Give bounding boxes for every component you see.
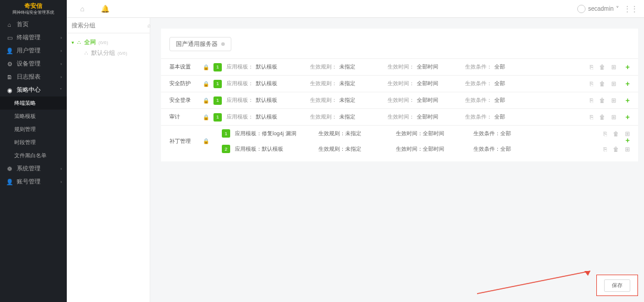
nav-policy-time[interactable]: 时段管理 — [0, 136, 67, 149]
nav-system[interactable]: ❁系统管理› — [0, 162, 67, 175]
top-bar: 奇安信 网神终端安全管理系统 ⌂ 🔔 secadmin ˅ ⋮⋮ — [0, 0, 644, 18]
add-button[interactable]: + — [626, 63, 630, 71]
tree-root-count: (6/6) — [98, 40, 108, 45]
lock-icon[interactable]: 🔒 — [203, 81, 213, 87]
brand-tagline: 网神终端安全管理系统 — [13, 10, 54, 14]
nav-account[interactable]: 👤账号管理› — [0, 175, 67, 188]
bell-icon[interactable]: 🔔 — [98, 2, 112, 16]
delete-icon[interactable]: 🗑 — [613, 146, 619, 152]
policy-row-login: 安全登录 🔒 1 应用模板：默认模板 生效规则：未指定 生效时间：全部时间 生效… — [161, 92, 638, 108]
cog-icon: ❁ — [6, 166, 13, 172]
gear-icon: ⚙ — [6, 61, 13, 67]
account-icon: 👤 — [6, 179, 13, 185]
pill-dot-icon — [221, 42, 225, 46]
lock-icon[interactable]: 🔒 — [203, 64, 213, 70]
copy-icon[interactable]: ⎘ — [590, 97, 593, 104]
grid-icon[interactable]: ⊞ — [611, 114, 616, 120]
copy-icon[interactable]: ⎘ — [590, 64, 593, 70]
group-search-input[interactable] — [72, 22, 147, 29]
user-icon: 👤 — [6, 48, 13, 54]
delete-icon[interactable]: 🗑 — [599, 80, 605, 87]
tree-child-count: (6/6) — [117, 51, 127, 56]
lock-icon[interactable]: 🔒 — [203, 114, 213, 120]
lock-icon[interactable]: 🔒 — [203, 98, 213, 104]
nav-device[interactable]: ⚙设备管理› — [0, 57, 67, 70]
tree-child-label: 默认分组 — [91, 49, 115, 57]
chevron-right-icon: › — [60, 179, 62, 185]
chevron-right-icon: › — [60, 35, 62, 41]
user-avatar-icon — [577, 5, 586, 13]
group-tree: ▾ ⛬ 全网 (6/6) ⛬ 默认分组 (6/6) — [67, 33, 150, 62]
nav-terminal[interactable]: ▭终端管理› — [0, 31, 67, 44]
group-tree-panel: ⌕ ▾ ⛬ 全网 (6/6) ⛬ 默认分组 (6/6) — [67, 18, 150, 302]
copy-icon[interactable]: ⎘ — [603, 146, 607, 152]
tree-child[interactable]: ⛬ 默认分组 (6/6) — [72, 48, 145, 58]
main-area: 国产通用服务器 基本设置 🔒 1 应用模板：默认模板 生效规则：未指定 生效时间… — [150, 18, 644, 302]
patch-subrow-1: 1 应用模板：修复log4j 漏洞 生效规则：未指定 生效时间：全部时间 生效条… — [161, 126, 638, 141]
chevron-right-icon: › — [60, 48, 62, 54]
chevron-right-icon: › — [60, 61, 62, 67]
platform-pill[interactable]: 国产通用服务器 — [169, 37, 231, 51]
home-icon[interactable]: ⌂ — [75, 2, 89, 16]
report-icon: 🗎 — [6, 74, 13, 80]
row-category: 基本设置 — [169, 63, 203, 71]
tree-root-label: 全网 — [84, 38, 96, 46]
side-nav: ⌂首页 ▭终端管理› 👤用户管理› ⚙设备管理› 🗎日志报表› ◉策略中心˅ 终… — [0, 18, 67, 302]
nav-policy-template[interactable]: 策略模板 — [0, 110, 67, 123]
policy-card: 国产通用服务器 基本设置 🔒 1 应用模板：默认模板 生效规则：未指定 生效时间… — [161, 29, 638, 161]
tree-expand-icon[interactable]: ▾ — [72, 40, 74, 45]
grid-icon[interactable]: ⋮⋮ — [624, 2, 638, 16]
nav-user[interactable]: 👤用户管理› — [0, 44, 67, 57]
nav-home[interactable]: ⌂首页 — [0, 18, 67, 31]
user-name: secadmin — [588, 5, 614, 12]
grid-icon[interactable]: ⊞ — [625, 130, 630, 137]
group-search[interactable]: ⌕ — [67, 18, 150, 33]
nav-policy-terminal[interactable]: 终端策略 — [0, 96, 67, 110]
grid-icon[interactable]: ⊞ — [625, 146, 630, 152]
policy-row-patch: 补丁管理 🔒 1 应用模板：修复log4j 漏洞 生效规则：未指定 生效时间：全… — [161, 125, 638, 157]
network-icon: ⛬ — [76, 39, 82, 45]
grid-icon[interactable]: ⊞ — [611, 97, 616, 104]
grid-icon[interactable]: ⊞ — [611, 64, 616, 70]
delete-icon[interactable]: 🗑 — [599, 64, 605, 70]
group-icon: ⛬ — [83, 50, 89, 56]
monitor-icon: ▭ — [6, 35, 13, 41]
grid-icon[interactable]: ⊞ — [611, 80, 616, 87]
chevron-down-icon: ˅ — [60, 88, 62, 93]
chevron-right-icon: › — [60, 166, 62, 172]
copy-icon[interactable]: ⎘ — [590, 80, 593, 87]
patch-subrow-2: 2 应用模板：默认模板 生效规则：未指定 生效时间：全部时间 生效条件：全部 ⎘… — [161, 141, 638, 157]
chevron-right-icon: › — [60, 74, 62, 80]
save-button[interactable]: 保存 — [604, 279, 630, 292]
tree-root[interactable]: ▾ ⛬ 全网 (6/6) — [72, 37, 145, 48]
chevron-down-icon: ˅ — [616, 5, 619, 12]
target-icon: ◉ — [6, 87, 13, 94]
copy-icon[interactable]: ⎘ — [590, 114, 593, 120]
delete-icon[interactable]: 🗑 — [599, 97, 605, 104]
delete-icon[interactable]: 🗑 — [613, 130, 619, 137]
pill-label: 国产通用服务器 — [176, 40, 218, 48]
brand-name: 奇安信 — [24, 3, 42, 9]
add-button[interactable]: + — [626, 96, 630, 105]
nav-policy-file[interactable]: 文件黑白名单 — [0, 149, 67, 162]
nav-policy-rule[interactable]: 规则管理 — [0, 123, 67, 136]
row-order-badge: 1 — [213, 63, 222, 71]
nav-policy[interactable]: ◉策略中心˅ — [0, 83, 67, 96]
user-menu[interactable]: secadmin ˅ — [577, 5, 619, 13]
delete-icon[interactable]: 🗑 — [599, 114, 605, 120]
add-button[interactable]: + — [626, 136, 630, 145]
policy-row-audit: 审计 🔒 1 应用模板：默认模板 生效规则：未指定 生效时间：全部时间 生效条件… — [161, 108, 638, 125]
home-icon: ⌂ — [6, 21, 13, 28]
save-highlight-box: 保存 — [596, 275, 638, 296]
logo: 奇安信 网神终端安全管理系统 — [0, 0, 67, 18]
nav-log[interactable]: 🗎日志报表› — [0, 70, 67, 83]
policy-row-protect: 安全防护 🔒 1 应用模板：默认模板 生效规则：未指定 生效时间：全部时间 生效… — [161, 75, 638, 92]
copy-icon[interactable]: ⎘ — [603, 130, 607, 137]
policy-rows: 基本设置 🔒 1 应用模板：默认模板 生效规则：未指定 生效时间：全部时间 生效… — [161, 58, 638, 157]
add-button[interactable]: + — [626, 113, 630, 122]
policy-row-basic: 基本设置 🔒 1 应用模板：默认模板 生效规则：未指定 生效时间：全部时间 生效… — [161, 58, 638, 75]
add-button[interactable]: + — [626, 80, 630, 88]
